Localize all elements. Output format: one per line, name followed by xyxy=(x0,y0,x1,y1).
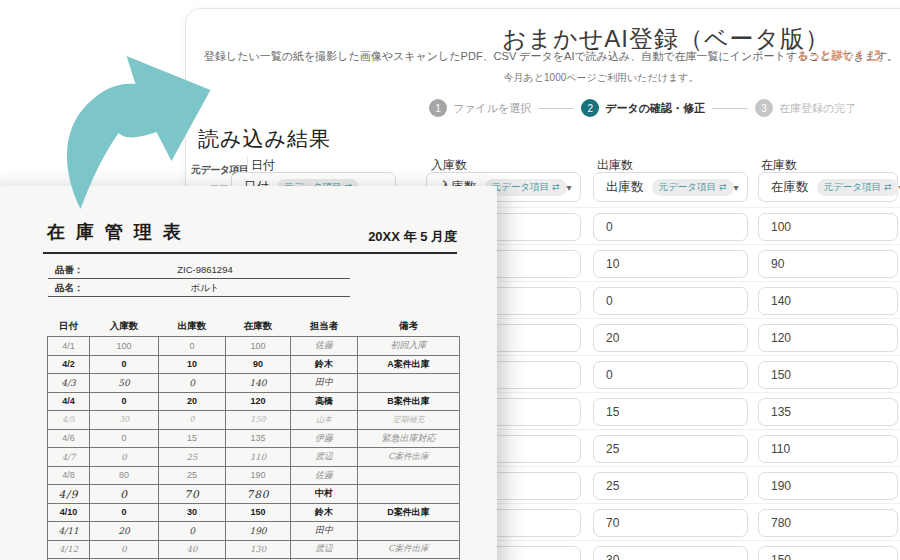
page-description: 登録したい一覧の紙を撮影した画像やスキャンしたPDF、CSV データをAIで読み… xyxy=(204,49,898,64)
paper-col-header: 入庫数 xyxy=(90,316,159,337)
stock-value-input[interactable] xyxy=(758,435,898,463)
paper-cell-out: 10 xyxy=(159,355,226,374)
paper-table: 日付入庫数出庫数在庫数担当者備考 4/11000100佐藤初回入庫4/20109… xyxy=(47,316,460,560)
paper-cell-date: 4/9 xyxy=(48,485,90,504)
paper-cell-date: 4/1 xyxy=(48,337,90,356)
paper-cell-person: 佐藤 xyxy=(291,466,358,485)
stock-value-input[interactable] xyxy=(758,398,898,426)
paper-cell-out: 0 xyxy=(159,374,226,393)
paper-col-header: 担当者 xyxy=(291,316,358,337)
out-value-input[interactable] xyxy=(593,287,748,315)
more-details-link[interactable]: もっと詳しく xyxy=(798,48,880,63)
paper-cell-person: 鈴木 xyxy=(291,355,358,374)
paper-cell-person: 山本 xyxy=(291,411,358,430)
source-column-chip[interactable]: 元データ項目⇄ xyxy=(817,179,899,196)
paper-cell-date: 4/6 xyxy=(48,429,90,448)
part-name-value: ボルト xyxy=(105,282,305,295)
paper-col-header: 備考 xyxy=(358,316,460,337)
paper-cell-note: 緊急出庫対応 xyxy=(358,429,460,448)
part-no-underline xyxy=(48,278,350,279)
paper-cell-stock: 190 xyxy=(226,466,291,485)
paper-cell-stock: 120 xyxy=(226,392,291,411)
out-value-input[interactable] xyxy=(593,324,748,352)
stepper-step-3[interactable]: 3在庫登録の完了 xyxy=(755,99,856,117)
paper-cell-note: B案件出庫 xyxy=(358,392,460,411)
paper-cell-note xyxy=(358,522,460,541)
paper-cell-stock: 190 xyxy=(226,522,291,541)
stock-value-input[interactable] xyxy=(758,546,898,560)
external-link-icon xyxy=(869,50,880,61)
paper-cell-stock: 140 xyxy=(226,374,291,393)
paper-cell-note xyxy=(358,374,460,393)
swap-icon: ⇄ xyxy=(884,182,892,192)
paper-col-header: 日付 xyxy=(48,316,90,337)
paper-cell-out: 25 xyxy=(159,448,226,467)
paper-cell-note: A案件出庫 xyxy=(358,355,460,374)
out-value-input[interactable] xyxy=(593,509,748,537)
paper-col-header: 出庫数 xyxy=(159,316,226,337)
out-value-input[interactable] xyxy=(593,435,748,463)
out-value-input[interactable] xyxy=(593,250,748,278)
swap-icon: ⇄ xyxy=(719,182,727,192)
paper-cell-in: 0 xyxy=(90,392,159,411)
selected-mapping-value: 在庫数 xyxy=(771,179,809,196)
paper-table-row: 4/9070780中村 xyxy=(48,485,460,504)
paper-cell-out: 0 xyxy=(159,411,226,430)
stock-value-input[interactable] xyxy=(758,361,898,389)
paper-cell-in: 30 xyxy=(90,411,159,430)
paper-title: 在 庫 管 理 表 xyxy=(47,220,184,244)
stepper-step-1[interactable]: 1ファイルを選択 xyxy=(429,99,531,117)
stock-value-input[interactable] xyxy=(758,472,898,500)
paper-cell-in: 0 xyxy=(90,448,159,467)
paper-table-row: 4/11200190田中 xyxy=(48,522,460,541)
paper-cell-stock: 110 xyxy=(226,448,291,467)
paper-cell-out: 40 xyxy=(159,540,226,559)
more-details-label: もっと詳しく xyxy=(798,48,865,63)
out-value-input[interactable] xyxy=(593,398,748,426)
out-value-input[interactable] xyxy=(593,213,748,241)
stock-value-input[interactable] xyxy=(758,250,898,278)
paper-table-row: 4/201090鈴木A案件出庫 xyxy=(48,355,460,374)
paper-cell-note: C案件出庫 xyxy=(358,448,460,467)
paper-cell-person: 伊藤 xyxy=(291,429,358,448)
chevron-down-icon: ▾ xyxy=(734,182,739,193)
out-value-input[interactable] xyxy=(593,361,748,389)
paper-cell-out: 20 xyxy=(159,392,226,411)
paper-cell-in: 20 xyxy=(90,522,159,541)
paper-table-body: 4/11000100佐藤初回入庫4/201090鈴木A案件出庫4/3500140… xyxy=(48,337,460,560)
paper-cell-date: 4/12 xyxy=(48,540,90,559)
paper-cell-note: 定期補充 xyxy=(358,411,460,430)
paper-cell-stock: 90 xyxy=(226,355,291,374)
paper-cell-date: 4/10 xyxy=(48,503,90,522)
stock-value-input[interactable] xyxy=(758,509,898,537)
paper-cell-person: 渡辺 xyxy=(291,540,358,559)
paper-cell-stock: 135 xyxy=(226,429,291,448)
stock-value-input[interactable] xyxy=(758,213,898,241)
paper-table-header-row: 日付入庫数出庫数在庫数担当者備考 xyxy=(48,316,460,337)
stepper-step-2[interactable]: 2データの確認・修正 xyxy=(581,99,705,117)
stock-value-input[interactable] xyxy=(758,287,898,315)
source-column-chip[interactable]: 元データ項目⇄ xyxy=(652,179,734,196)
stock-value-input[interactable] xyxy=(758,324,898,352)
stepper-connector-line xyxy=(712,108,748,109)
paper-cell-out: 25 xyxy=(159,466,226,485)
paper-table-row: 4/11000100佐藤初回入庫 xyxy=(48,337,460,356)
paper-cell-person: 高橋 xyxy=(291,392,358,411)
paper-table-row: 4/5300150山本定期補充 xyxy=(48,411,460,430)
paper-cell-in: 0 xyxy=(90,355,159,374)
paper-cell-note xyxy=(358,485,460,504)
paper-cell-person: 鈴木 xyxy=(291,503,358,522)
part-no-label: 品番： xyxy=(55,264,84,277)
mapping-select-stock[interactable]: 在庫数元データ項目⇄▾ xyxy=(758,172,898,202)
quota-note: 今月あと1000ページご利用いただけます。 xyxy=(186,71,900,85)
paper-cell-note: D案件出庫 xyxy=(358,503,460,522)
out-value-input[interactable] xyxy=(593,546,748,560)
mapping-select-out[interactable]: 出庫数元データ項目⇄▾ xyxy=(593,172,748,202)
paper-col-header: 在庫数 xyxy=(226,316,291,337)
paper-cell-note xyxy=(358,466,460,485)
paper-cell-out: 15 xyxy=(159,429,226,448)
stepper: 1ファイルを選択2データの確認・修正3在庫登録の完了 xyxy=(429,99,856,117)
paper-cell-person: 渡辺 xyxy=(291,448,358,467)
paper-sheet: 在 庫 管 理 表 20XX 年 5 月度 品番： ZIC-9861294 品名… xyxy=(0,186,497,560)
out-value-input[interactable] xyxy=(593,472,748,500)
